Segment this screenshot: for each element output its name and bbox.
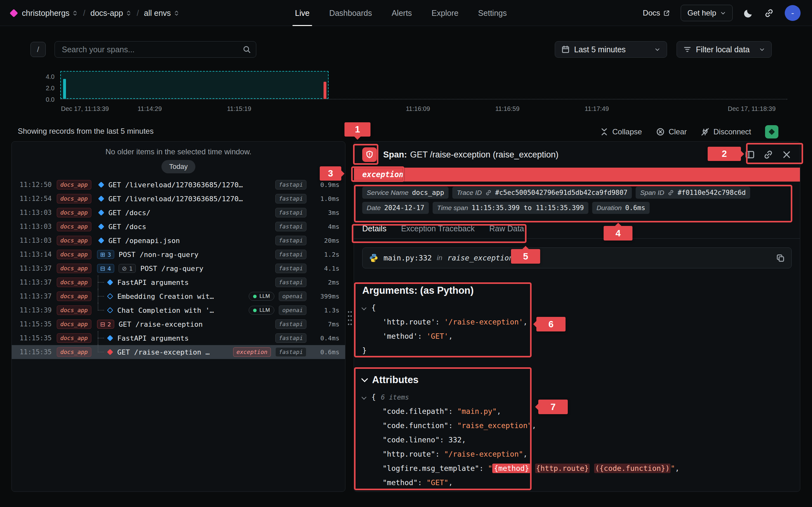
action-collapse[interactable]: Collapse <box>600 127 642 136</box>
get-help-button[interactable]: Get help <box>681 5 733 21</box>
trace-row-message: GET /raise-exception <box>119 320 268 328</box>
clear-icon <box>656 127 665 136</box>
panel-resize-handle[interactable] <box>347 310 352 326</box>
trace-row[interactable]: 11:15:35docs_app⊟2GET /raise-exceptionfa… <box>12 317 345 331</box>
trace-row-duration: 20ms <box>311 237 339 244</box>
app-chip: docs_app <box>57 180 91 190</box>
meta-trace-id[interactable]: Trace ID#c5ec5005042796e91d5db42ca9fd980… <box>452 187 632 199</box>
tree-connector-icon <box>97 303 105 317</box>
trace-row[interactable]: 11:15:35docs_appFastAPI argumentsfastapi… <box>12 331 345 345</box>
meta-label: Time span <box>437 204 468 212</box>
trace-row-duration: 0.4ms <box>311 334 339 342</box>
trace-row[interactable]: 11:13:37docs_appEmbedding Creation wit…L… <box>12 289 345 303</box>
share-link-icon[interactable] <box>764 8 774 18</box>
span-diamond-icon <box>107 307 113 314</box>
trace-row[interactable]: 11:13:37docs_appFastAPI argumentsfastapi… <box>12 275 345 289</box>
trace-row-message: GET /livereload/1270363685/1270… <box>108 181 268 189</box>
breadcrumb-project[interactable]: docs-app <box>90 9 132 18</box>
collapse-icon <box>600 127 609 136</box>
annotation-badge-4: 4 <box>604 226 632 240</box>
detail-tab-exception-traceback[interactable]: Exception Traceback <box>401 222 474 238</box>
trace-row-time: 11:12:54 <box>18 195 52 203</box>
trace-row-message: GET /raise-exception … <box>117 348 226 356</box>
action-disconnect[interactable]: Disconnect <box>701 127 751 136</box>
breadcrumb-separator: / <box>83 9 85 18</box>
code-line: "code.filepath": "main.py", <box>362 404 792 418</box>
trace-row-duration: 1.0ms <box>311 195 339 203</box>
filter-button[interactable]: Filter local data <box>676 41 772 58</box>
avatar[interactable]: - <box>785 5 801 21</box>
meta-label: Duration <box>597 204 622 212</box>
llm-dot-icon <box>253 295 257 298</box>
tab-live[interactable]: Live <box>295 0 310 26</box>
collapse-chevron-icon[interactable] <box>362 395 367 400</box>
trace-row-time: 11:13:03 <box>18 209 52 216</box>
arg-value: 'GET' <box>426 332 448 340</box>
copy-icon[interactable] <box>776 253 785 263</box>
trace-row-message: Embedding Creation wit… <box>117 292 243 300</box>
expand-glyph-icon: ⊞ <box>100 251 105 258</box>
collapse-chevron-icon[interactable] <box>362 305 367 311</box>
breadcrumb-org[interactable]: christophergs <box>22 9 78 18</box>
action-clear[interactable]: Clear <box>656 127 687 136</box>
tab-settings[interactable]: Settings <box>478 0 507 26</box>
trace-row[interactable]: 11:13:37docs_app⊟4⊘1POST /rag-queryfasta… <box>12 262 345 275</box>
llm-dot-icon <box>253 308 257 312</box>
trace-row[interactable]: 11:12:50docs_appGET /livereload/12703636… <box>12 178 345 192</box>
time-range-button[interactable]: Last 5 minutes <box>555 41 667 58</box>
meta-span-id[interactable]: Span ID#f0110e542c798c6d <box>636 187 750 199</box>
meta-value: #f0110e542c798c6d <box>677 189 746 196</box>
tab-dashboards[interactable]: Dashboards <box>329 0 372 26</box>
arg-key: 'http.route' <box>383 318 435 326</box>
trace-row-duration: 4ms <box>311 223 339 230</box>
live-indicator[interactable] <box>765 125 778 138</box>
meta-value: 11:15:35.399 to 11:15:35.399 <box>472 204 584 212</box>
today-button[interactable]: Today <box>161 160 195 173</box>
x-tick-label: 11:16:59 <box>495 105 519 112</box>
trace-row[interactable]: 11:15:35docs_appGET /raise-exception …ex… <box>12 345 345 359</box>
code-line: 'method': 'GET', <box>362 329 792 343</box>
meta-label: Date <box>367 204 380 212</box>
trace-row[interactable]: 11:13:39docs_appChat Completion with '…L… <box>12 303 345 317</box>
expand-glyph-icon: ⊟ <box>100 265 105 272</box>
trace-row-message: FastAPI arguments <box>117 279 268 286</box>
trace-row[interactable]: 11:13:03docs_appGET /docs/fastapi3ms <box>12 206 345 220</box>
expand-toggle[interactable]: ⊞3 <box>97 250 114 259</box>
status-actions: CollapseClearDisconnect <box>600 124 778 139</box>
showing-records-label: Showing records from the last 5 minutes <box>18 127 154 135</box>
attr-value-segment: {http.route} <box>535 464 590 473</box>
attributes-block: {6 items"code.filepath": "main.py","code… <box>362 390 792 490</box>
trace-row[interactable]: 11:13:03docs_appGET /openapi.jsonfastapi… <box>12 233 345 247</box>
expand-toggle[interactable]: ⊟4 <box>97 264 114 273</box>
env-name: all envs <box>144 9 171 18</box>
close-icon[interactable] <box>781 150 792 160</box>
chevron-down-icon[interactable] <box>361 375 368 382</box>
breadcrumb-env[interactable]: all envs <box>144 9 180 18</box>
histogram-plot[interactable] <box>60 71 787 100</box>
trace-row[interactable]: 11:13:14docs_app⊞3POST /non-rag-queryfas… <box>12 247 345 262</box>
trace-row[interactable]: 11:13:03docs_appGET /docsfastapi4ms <box>12 220 345 233</box>
attr-value-segment: " <box>670 464 675 472</box>
child-count: 3 <box>107 251 111 258</box>
trace-row-duration: 2ms <box>311 279 339 286</box>
copy-link-icon[interactable] <box>763 150 773 160</box>
disconnect-icon <box>701 127 710 136</box>
detail-tab-raw-data[interactable]: Raw Data <box>490 222 524 238</box>
tree-connector-icon <box>97 331 105 345</box>
attr-key: "http.route" <box>383 450 435 458</box>
trace-rows: 11:12:50docs_appGET /livereload/12703636… <box>12 178 345 359</box>
meta-date: Date2024-12-17 <box>362 202 429 214</box>
app-chip: docs_app <box>57 250 91 260</box>
tab-explore[interactable]: Explore <box>432 0 459 26</box>
tab-alerts[interactable]: Alerts <box>392 0 412 26</box>
code-file: main.py:332 <box>384 254 432 262</box>
expand-toggle[interactable]: ⊟2 <box>97 320 114 329</box>
trace-row[interactable]: 11:12:54docs_appGET /livereload/12703636… <box>12 192 345 206</box>
app-chip: docs_app <box>57 305 91 315</box>
selection-region[interactable] <box>60 71 328 99</box>
theme-toggle-moon-icon[interactable] <box>744 8 753 18</box>
search-input[interactable] <box>55 42 256 57</box>
detail-tab-details[interactable]: Details <box>362 222 386 238</box>
trace-row-duration: 4.1s <box>311 265 339 272</box>
docs-link[interactable]: Docs <box>643 9 670 17</box>
